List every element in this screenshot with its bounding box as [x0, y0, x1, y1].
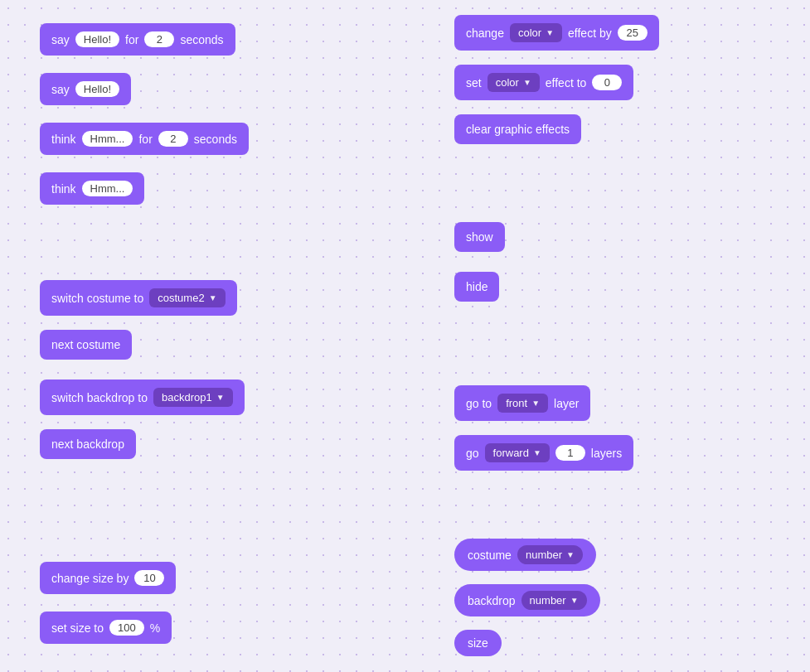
backdrop-dropdown[interactable]: backdrop1 ▼	[153, 388, 233, 407]
hide-block[interactable]: hide	[454, 272, 499, 302]
forward-dropdown[interactable]: forward ▼	[485, 443, 550, 462]
percent-label: %	[150, 621, 160, 635]
clear-effects-label: clear graphic effects	[466, 123, 570, 136]
switch-costume-block[interactable]: switch costume to costume2 ▼	[40, 280, 237, 316]
set-color-arrow-icon: ▼	[523, 78, 531, 87]
say-hello-value[interactable]: Hello!	[75, 31, 119, 47]
layers-label: layers	[591, 447, 622, 460]
next-costume-label: next costume	[51, 338, 120, 351]
think-for-seconds-block[interactable]: think Hmm... for 2 seconds	[40, 123, 249, 155]
say-block[interactable]: say Hello!	[40, 73, 131, 105]
effect-to-label: effect to	[546, 76, 587, 89]
backdrop-num-arrow-icon: ▼	[570, 596, 579, 605]
backdrop-number-dropdown[interactable]: number ▼	[521, 591, 587, 610]
set-effect-label: set	[466, 76, 482, 89]
show-label: show	[466, 230, 493, 244]
change-size-block[interactable]: change size by 10	[40, 562, 176, 594]
switch-costume-label: switch costume to	[51, 292, 143, 305]
think-block[interactable]: think Hmm...	[40, 172, 144, 205]
forward-arrow-icon: ▼	[533, 448, 541, 457]
next-backdrop-label: next backdrop	[51, 438, 124, 451]
costume-arrow-icon: ▼	[209, 293, 217, 302]
costume-number-block[interactable]: costume number ▼	[454, 539, 596, 571]
backdrop-arrow-icon: ▼	[216, 393, 225, 402]
change-size-label: change size by	[51, 572, 129, 585]
set-size-label: set size to	[51, 621, 104, 635]
think2-label: think	[51, 182, 76, 196]
effect-by-label: effect by	[568, 27, 612, 40]
think-seconds-value[interactable]: 2	[158, 131, 188, 147]
set-size-block[interactable]: set size to 100 %	[40, 612, 172, 644]
size-block[interactable]: size	[454, 630, 502, 656]
say2-label: say	[51, 83, 70, 96]
costume-reporter-label: costume	[468, 549, 512, 562]
clear-graphic-effects-block[interactable]: clear graphic effects	[454, 114, 581, 144]
set-color-dropdown[interactable]: color ▼	[487, 73, 540, 92]
layer-label: layer	[554, 397, 579, 410]
think-seconds-label: seconds	[194, 133, 237, 146]
say-seconds-value[interactable]: 2	[144, 31, 174, 47]
front-arrow-icon: ▼	[531, 399, 540, 408]
effect-by-value[interactable]: 25	[618, 25, 648, 41]
color-effect-dropdown[interactable]: color ▼	[510, 23, 562, 42]
set-color-effect-block[interactable]: set color ▼ effect to 0	[454, 65, 633, 100]
backdrop-reporter-label: backdrop	[468, 594, 516, 607]
for-label: for	[125, 33, 138, 46]
say2-hello-value[interactable]: Hello!	[75, 81, 119, 97]
switch-backdrop-block[interactable]: switch backdrop to backdrop1 ▼	[40, 380, 245, 415]
think-for-label: for	[138, 133, 152, 146]
costume-num-arrow-icon: ▼	[566, 550, 575, 559]
go-to-label: go to	[466, 397, 492, 410]
show-block[interactable]: show	[454, 222, 505, 252]
effect-to-value[interactable]: 0	[592, 75, 622, 90]
set-size-value[interactable]: 100	[109, 620, 144, 636]
seconds-label: seconds	[180, 33, 223, 46]
next-backdrop-block[interactable]: next backdrop	[40, 429, 136, 459]
say-for-seconds-block[interactable]: say Hello! for 2 seconds	[40, 23, 235, 56]
blocks-canvas: say Hello! for 2 seconds say Hello! thin…	[0, 0, 810, 672]
size-label: size	[468, 636, 488, 650]
costume-dropdown[interactable]: costume2 ▼	[149, 288, 225, 307]
think-label: think	[51, 133, 76, 146]
backdrop-number-block[interactable]: backdrop number ▼	[454, 584, 600, 616]
go-layers-block[interactable]: go forward ▼ 1 layers	[454, 435, 633, 471]
costume-number-dropdown[interactable]: number ▼	[517, 545, 583, 564]
go-to-layer-block[interactable]: go to front ▼ layer	[454, 385, 590, 421]
front-dropdown[interactable]: front ▼	[497, 394, 548, 413]
change-effect-label: change	[466, 27, 504, 40]
color-arrow-icon: ▼	[546, 28, 554, 37]
layers-value[interactable]: 1	[555, 445, 585, 461]
think2-hmm-value[interactable]: Hmm...	[82, 181, 133, 196]
hide-label: hide	[466, 280, 487, 293]
go-label: go	[466, 447, 479, 460]
change-color-effect-block[interactable]: change color ▼ effect by 25	[454, 15, 659, 51]
say-label: say	[51, 33, 70, 46]
change-size-value[interactable]: 10	[134, 570, 164, 586]
next-costume-block[interactable]: next costume	[40, 330, 132, 360]
switch-backdrop-label: switch backdrop to	[51, 391, 148, 404]
think-hmm-value[interactable]: Hmm...	[82, 131, 133, 147]
